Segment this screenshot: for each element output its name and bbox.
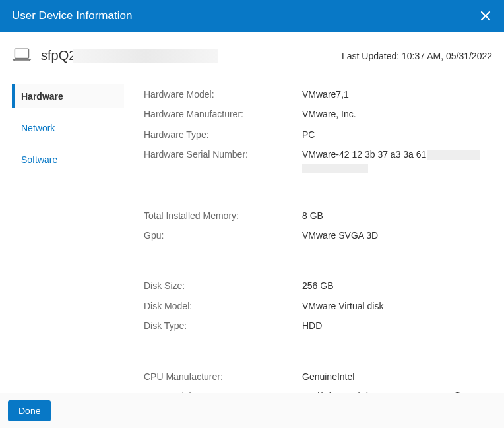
value-disk-type: HDD (302, 319, 322, 333)
sidebar: Hardware Network Software (12, 84, 124, 394)
details-panel: Hardware Model: VMware7,1 Hardware Manuf… (124, 84, 492, 394)
done-button[interactable]: Done (8, 400, 51, 421)
row-disk-model: Disk Model: VMware Virtual disk (144, 296, 492, 316)
device-name-text: sfpQ2 (41, 48, 76, 63)
serial-redacted-2 (302, 164, 368, 173)
value-hardware-model: VMware7,1 (302, 87, 349, 102)
tab-hardware-label: Hardware (21, 91, 63, 102)
label-cpu-manufacturer: CPU Manufacturer: (144, 369, 302, 384)
value-hardware-type: PC (302, 127, 315, 142)
tab-hardware[interactable]: Hardware (12, 84, 124, 108)
tab-network[interactable]: Network (12, 116, 124, 140)
row-total-memory: Total Installed Memory: 8 GB (144, 206, 492, 226)
value-hardware-manufacturer: VMware, Inc. (302, 107, 356, 121)
value-cpu-manufacturer: GenuineIntel (302, 369, 354, 384)
device-name-redacted (73, 49, 218, 63)
value-gpu: VMware SVGA 3D (302, 228, 378, 243)
label-disk-size: Disk Size: (144, 278, 302, 293)
row-hardware-model: Hardware Model: VMware7,1 (144, 84, 492, 104)
device-name: sfpQ2 (41, 48, 218, 64)
row-hardware-manufacturer: Hardware Manufacturer: VMware, Inc. (144, 104, 492, 124)
label-disk-model: Disk Model: (144, 299, 302, 313)
serial-visible: VMware-42 12 3b 37 a3 3a 61 (302, 149, 426, 160)
label-total-memory: Total Installed Memory: (144, 208, 302, 223)
last-updated-label: Last Updated: (342, 51, 399, 61)
group-hardware: Hardware Model: VMware7,1 Hardware Manuf… (144, 84, 492, 175)
body-row: Hardware Network Software Hardware Model… (12, 76, 492, 394)
label-hardware-manufacturer: Hardware Manufacturer: (144, 107, 302, 121)
row-hardware-serial: Hardware Serial Number: VMware-42 12 3b … (144, 144, 492, 175)
label-hardware-model: Hardware Model: (144, 87, 302, 102)
tab-network-label: Network (21, 123, 55, 133)
label-disk-type: Disk Type: (144, 319, 302, 333)
group-memory: Total Installed Memory: 8 GB Gpu: VMware… (144, 206, 492, 246)
dialog-content: sfpQ2 Last Updated: 10:37 AM, 05/31/2022… (0, 32, 504, 394)
label-hardware-type: Hardware Type: (144, 127, 302, 142)
device-identity: sfpQ2 (12, 47, 218, 64)
last-updated: Last Updated: 10:37 AM, 05/31/2022 (342, 51, 492, 61)
dialog-footer: Done (0, 393, 504, 428)
device-summary-row: sfpQ2 Last Updated: 10:37 AM, 05/31/2022 (12, 47, 492, 76)
close-button[interactable] (479, 9, 492, 22)
tab-software-label: Software (21, 154, 57, 165)
value-disk-model: VMware Virtual disk (302, 299, 383, 313)
group-cpu: CPU Manufacturer: GenuineIntel CPU Model… (144, 367, 492, 394)
row-disk-size: Disk Size: 256 GB (144, 276, 492, 295)
dialog-header: User Device Information (0, 0, 504, 32)
row-gpu: Gpu: VMware SVGA 3D (144, 226, 492, 245)
tab-software[interactable]: Software (12, 148, 124, 171)
dialog-title: User Device Information (12, 9, 132, 22)
row-hardware-type: Hardware Type: PC (144, 125, 492, 144)
close-icon (480, 11, 491, 21)
value-total-memory: 8 GB (302, 208, 323, 223)
svg-rect-2 (15, 49, 28, 58)
last-updated-value: 10:37 AM, 05/31/2022 (402, 51, 492, 61)
done-button-label: Done (18, 406, 40, 416)
row-cpu-manufacturer: CPU Manufacturer: GenuineIntel (144, 367, 492, 386)
value-disk-size: 256 GB (302, 278, 333, 293)
serial-redacted-1 (427, 150, 480, 160)
row-disk-type: Disk Type: HDD (144, 316, 492, 336)
label-hardware-serial: Hardware Serial Number: (144, 147, 302, 172)
value-hardware-serial: VMware-42 12 3b 37 a3 3a 61 (302, 147, 480, 172)
group-disk: Disk Size: 256 GB Disk Model: VMware Vir… (144, 276, 492, 336)
label-gpu: Gpu: (144, 228, 302, 243)
laptop-icon (12, 47, 32, 64)
